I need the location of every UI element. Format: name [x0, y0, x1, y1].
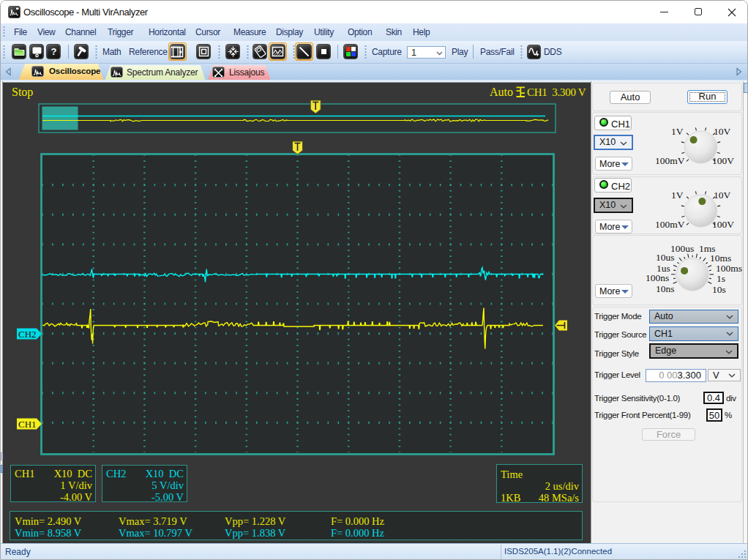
svg-text:CH2: CH2	[18, 329, 37, 340]
svg-text:?: ?	[51, 46, 57, 57]
svg-text:CH1: CH1	[18, 419, 37, 430]
